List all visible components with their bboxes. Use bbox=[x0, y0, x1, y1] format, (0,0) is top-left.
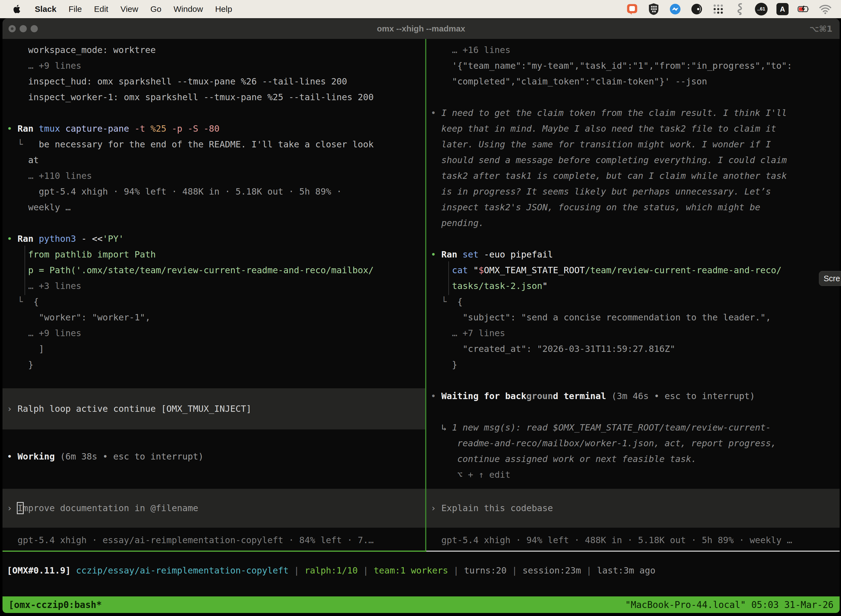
waiting-status: • Waiting for background terminal (3m 46… bbox=[431, 388, 840, 404]
text-span: later. Using the same for transition mig… bbox=[431, 139, 771, 150]
prompt-input[interactable]: › Explain this codebase bbox=[426, 489, 840, 528]
text-span: gpt-5.4 xhigh · 94% left · 488K in · 5.1… bbox=[431, 535, 792, 546]
minimize-button[interactable] bbox=[20, 25, 27, 32]
text-span: keep that in mind. Maybe I also need the… bbox=[431, 123, 776, 134]
terminal-line: └ { bbox=[431, 294, 840, 309]
text-span: › bbox=[7, 503, 18, 513]
text-span: -euo pipefail bbox=[478, 249, 553, 260]
thinking-text: • I need to get the claim token from the… bbox=[431, 105, 840, 121]
ran-tmux-command: • Ran tmux capture-pane -t %25 -p -S -80 bbox=[7, 121, 425, 136]
text-span: set bbox=[463, 249, 479, 260]
terminal-line: readme-and-reco/mailbox/worker-1.json, a… bbox=[431, 436, 840, 451]
text-span: "completed","claim_token":"claim-token"}… bbox=[431, 76, 707, 87]
text-span: '{"team_name":"my-team","task_id":"1","f… bbox=[431, 60, 792, 71]
text-span: | bbox=[507, 565, 523, 576]
terminal-line: should send a message before completing … bbox=[431, 153, 840, 168]
text-span: inspect_hud: omx sparkshell --tmux-pane … bbox=[7, 76, 347, 87]
terminal-line: inspect_hud: omx sparkshell --tmux-pane … bbox=[7, 74, 425, 89]
text-span: groun bbox=[526, 391, 553, 401]
close-button[interactable] bbox=[9, 25, 16, 32]
text-span: ⌥ + ↑ edit bbox=[431, 469, 510, 480]
terminal-line: › Improve documentation in @filename bbox=[7, 500, 425, 516]
text-span: { bbox=[34, 296, 39, 307]
prompt-input[interactable]: › Improve documentation in @filename bbox=[3, 489, 425, 528]
squiggle-icon[interactable] bbox=[733, 3, 746, 15]
text-span: 1 new msg(s): read $OMX_TEAM_STATE_ROOT/… bbox=[452, 422, 771, 433]
tooltip-text: Scre bbox=[823, 274, 840, 283]
text-span: } bbox=[431, 359, 457, 370]
text-span: capture-pane bbox=[60, 123, 129, 134]
terminal-line: "completed","claim_token":"claim-token"}… bbox=[431, 74, 840, 89]
text-span: [OMX#0.11.9] bbox=[7, 565, 70, 576]
menu-items: SlackFileEditViewGoWindowHelp bbox=[35, 4, 232, 14]
omx-session-status-line: [OMX#0.11.9] cczip/essay/ai-reimplementa… bbox=[7, 563, 840, 578]
apple-menu-icon[interactable] bbox=[13, 4, 22, 15]
blank-line bbox=[7, 215, 425, 231]
close-button-dot bbox=[11, 27, 13, 30]
text-cursor: I bbox=[18, 503, 23, 513]
tmux-session-label: [omx-cczip0:bash* bbox=[9, 600, 102, 610]
model-status-line: gpt-5.4 xhigh · 94% left · 488K in · 5.1… bbox=[431, 532, 840, 548]
text-span: from pathlib import Path bbox=[7, 249, 155, 260]
menu-item-file[interactable]: File bbox=[69, 4, 82, 14]
menubar-status-icons: ..61 A bbox=[626, 3, 832, 15]
terminal-line: keep that in mind. Maybe I also need the… bbox=[431, 121, 840, 136]
text-span: … +3 lines bbox=[7, 281, 81, 291]
menu-item-view[interactable]: View bbox=[120, 4, 138, 14]
blank-line bbox=[431, 404, 840, 420]
left-terminal-pane[interactable]: workspace_mode: worktree … +9 lines insp… bbox=[3, 39, 425, 551]
text-span: Ran bbox=[18, 123, 39, 134]
moon-toggle-icon[interactable] bbox=[690, 3, 703, 15]
text-span: › bbox=[431, 503, 441, 513]
terminal-line: weekly … bbox=[7, 199, 425, 215]
terminal-line: "worker": "worker-1", bbox=[7, 309, 425, 326]
terminal-line: workspace_mode: worktree bbox=[7, 42, 425, 58]
terminal-window: omx --xhigh --madmax ⌥⌘1 workspace_mode:… bbox=[2, 18, 840, 613]
text-span: └ bbox=[7, 296, 34, 307]
terminal-line: └ { bbox=[7, 294, 425, 309]
menu-item-edit[interactable]: Edit bbox=[94, 4, 108, 14]
text-span: └ bbox=[7, 139, 39, 150]
spacer bbox=[7, 430, 425, 449]
terminal-line: ] bbox=[7, 341, 425, 357]
text-span: … +7 lines bbox=[431, 328, 505, 338]
ran-python-command: • Ran python3 - <<'PY' bbox=[7, 231, 425, 247]
text-span: team:1 workers bbox=[374, 565, 448, 576]
text-span: /team/review-current-readme-and-reco/ bbox=[585, 265, 782, 276]
text-span: OMX_TEAM_STATE_ROOT bbox=[484, 265, 585, 276]
window-title-bar[interactable]: omx --xhigh --madmax ⌥⌘1 bbox=[3, 19, 840, 39]
badge-61-icon[interactable]: ..61 bbox=[755, 3, 768, 15]
input-source-icon[interactable]: A bbox=[777, 3, 788, 15]
menu-item-window[interactable]: Window bbox=[174, 4, 203, 14]
badge-61-label: ..61 bbox=[757, 6, 765, 12]
menu-item-help[interactable]: Help bbox=[215, 4, 232, 14]
shield-grid-icon[interactable] bbox=[647, 3, 660, 15]
screen: SlackFileEditViewGoWindowHelp ..61 A bbox=[0, 0, 841, 616]
text-span: python3 bbox=[39, 233, 76, 244]
terminal-line: └ be necessary for the end of the README… bbox=[7, 136, 425, 153]
text-span: p = Path('.omx/state/team/review-current… bbox=[7, 265, 374, 276]
battery-icon[interactable] bbox=[797, 3, 810, 15]
menu-item-go[interactable]: Go bbox=[150, 4, 161, 14]
new-message-note: ↳ 1 new msg(s): read $OMX_TEAM_STATE_ROO… bbox=[431, 420, 840, 436]
terminal-line: from pathlib import Path bbox=[7, 247, 425, 263]
text-span: • bbox=[431, 391, 441, 401]
spacer bbox=[7, 373, 425, 388]
text-span: task2 after task1 is complete, but can I… bbox=[431, 170, 787, 181]
text-span: I need to get the claim token from the c… bbox=[441, 108, 787, 118]
text-span: Explain this codebase bbox=[441, 503, 553, 513]
dots-grid-icon[interactable] bbox=[712, 3, 725, 15]
text-span: last:3m ago bbox=[597, 565, 655, 576]
messenger-icon[interactable] bbox=[669, 3, 681, 15]
text-span: | bbox=[358, 565, 374, 576]
blank-line bbox=[431, 89, 840, 105]
chat-app-icon[interactable] bbox=[626, 3, 639, 15]
text-span: • bbox=[431, 108, 441, 118]
wifi-icon[interactable] bbox=[819, 3, 832, 15]
text-span: Working bbox=[18, 451, 55, 462]
terminal-line: gpt-5.4 xhigh · 94% left · 488K in · 5.1… bbox=[7, 184, 425, 199]
text-span: "subject": "send a concise recommendatio… bbox=[431, 312, 771, 323]
zoom-button[interactable] bbox=[31, 25, 38, 32]
right-terminal-pane[interactable]: … +16 lines '{"team_name":"my-team","tas… bbox=[426, 39, 840, 551]
menu-item-slack[interactable]: Slack bbox=[35, 4, 56, 14]
